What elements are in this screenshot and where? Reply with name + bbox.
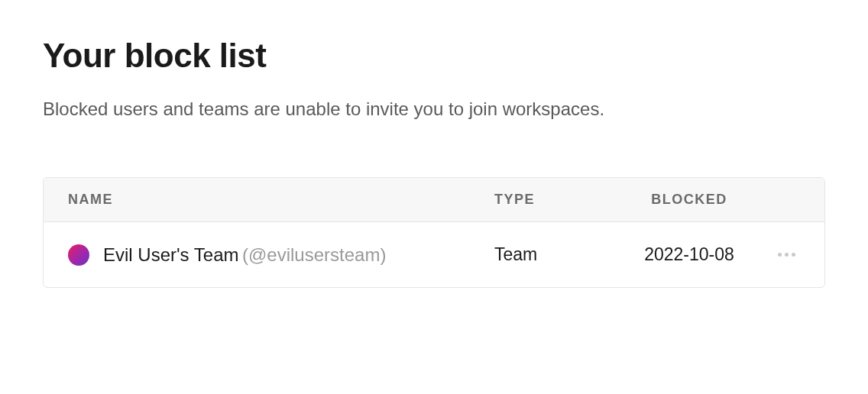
blocked-entity-handle: (@evilusersteam) bbox=[242, 244, 386, 265]
more-icon bbox=[778, 253, 782, 257]
column-header-name: NAME bbox=[68, 192, 494, 208]
column-header-actions bbox=[754, 192, 800, 208]
more-actions-button[interactable] bbox=[773, 248, 800, 261]
more-icon bbox=[785, 253, 789, 257]
table-row: Evil User's Team (@evilusersteam) Team 2… bbox=[44, 222, 824, 288]
avatar bbox=[68, 244, 89, 266]
column-header-blocked: BLOCKED bbox=[624, 192, 754, 208]
column-header-type: TYPE bbox=[494, 192, 624, 208]
name-wrapper: Evil User's Team (@evilusersteam) bbox=[103, 244, 386, 266]
blocked-entity-name: Evil User's Team bbox=[103, 244, 239, 265]
name-cell: Evil User's Team (@evilusersteam) bbox=[68, 244, 494, 266]
page-description: Blocked users and teams are unable to in… bbox=[43, 96, 825, 122]
table-header: NAME TYPE BLOCKED bbox=[44, 178, 824, 222]
more-icon bbox=[792, 253, 795, 257]
type-cell: Team bbox=[494, 244, 624, 265]
block-list-table: NAME TYPE BLOCKED Evil User's Team (@evi… bbox=[43, 177, 825, 289]
page-title: Your block list bbox=[43, 37, 825, 75]
action-cell bbox=[754, 248, 800, 261]
blocked-date-cell: 2022-10-08 bbox=[624, 244, 754, 266]
